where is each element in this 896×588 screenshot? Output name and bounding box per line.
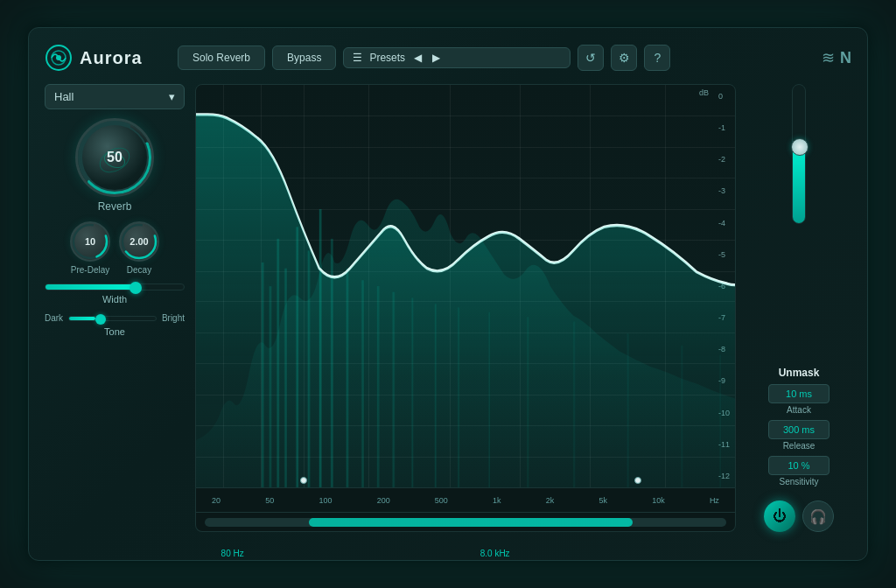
tone-slider-track[interactable] xyxy=(68,316,157,321)
output-fader-track[interactable] xyxy=(792,84,806,224)
freq-hz: Hz xyxy=(710,496,719,505)
high-range-label: 8.0 kHz xyxy=(480,549,510,558)
decay-arc xyxy=(119,221,159,262)
pre-delay-arc xyxy=(70,221,110,262)
freq-range-bar: 80 Hz 8.0 kHz xyxy=(195,513,736,532)
freq-range-fill[interactable] xyxy=(309,518,633,527)
presets-label: Presets xyxy=(369,52,405,64)
help-button[interactable]: ? xyxy=(644,45,670,71)
tone-slider-thumb[interactable] xyxy=(95,314,106,325)
tone-label: Tone xyxy=(45,326,185,337)
sensitivity-value-box[interactable]: 10 % xyxy=(768,456,830,475)
next-preset-button[interactable]: ▶ xyxy=(430,52,442,64)
width-slider-track[interactable] xyxy=(45,284,185,290)
eq-display[interactable]: dB 0 -1 -2 -3 -4 -5 -6 -7 -8 -9 -10 -11 … xyxy=(195,84,736,488)
decay-knob[interactable]: 2.00 xyxy=(119,221,159,262)
reverb-knob[interactable]: 50 xyxy=(75,118,154,197)
undo-icon: ↺ xyxy=(585,51,596,65)
presets-icon: ☰ xyxy=(353,52,362,64)
tone-dark-label: Dark xyxy=(45,313,63,323)
freq-5k: 5k xyxy=(598,496,607,505)
left-panel: Hall ▾ 50 Reverb xyxy=(45,84,185,532)
ni-logos: ≋ N xyxy=(822,48,851,67)
freq-range-container xyxy=(205,518,726,527)
freq-50: 50 xyxy=(265,496,274,505)
app-name: Aurora xyxy=(80,48,143,68)
output-fader-fill xyxy=(793,147,805,223)
eq-curve-svg xyxy=(196,85,735,487)
tone-area: Dark Bright Tone xyxy=(45,313,185,337)
tone-slider-fill xyxy=(69,317,95,320)
decay-wrap: 2.00 Decay xyxy=(119,221,159,275)
sensitivity-row: 10 % Sensitivity xyxy=(746,456,851,486)
freq-20: 20 xyxy=(212,496,220,505)
low-freq-handle[interactable] xyxy=(300,477,307,484)
release-label: Release xyxy=(783,441,816,451)
freq-10k: 10k xyxy=(652,496,665,505)
attack-value-box[interactable]: 10 ms xyxy=(768,384,830,403)
width-area: Width xyxy=(45,284,185,304)
width-slider-thumb[interactable] xyxy=(130,282,142,294)
right-panel: Unmask 10 ms Attack 300 ms Release 10 % … xyxy=(746,84,851,532)
solo-reverb-button[interactable]: Solo Reverb xyxy=(178,46,265,70)
bypass-button[interactable]: Bypass xyxy=(272,46,336,70)
prev-preset-button[interactable]: ◀ xyxy=(412,52,424,64)
freq-range-labels: 80 Hz 8.0 kHz xyxy=(221,549,510,558)
freq-100: 100 xyxy=(318,496,332,505)
tone-bright-label: Bright xyxy=(162,313,185,323)
high-freq-handle[interactable] xyxy=(634,477,641,484)
dropdown-arrow-icon: ▾ xyxy=(169,90,175,103)
low-range-label: 80 Hz xyxy=(221,549,244,558)
output-fader-thumb[interactable] xyxy=(791,138,808,156)
reverb-area: 50 Reverb xyxy=(45,118,185,213)
unmask-label: Unmask xyxy=(746,367,851,379)
reverb-type-dropdown[interactable]: Hall ▾ xyxy=(45,84,185,109)
power-button[interactable]: ⏻ xyxy=(764,500,795,532)
power-icon: ⏻ xyxy=(773,508,787,524)
ni-logo-n: N xyxy=(840,49,851,67)
attack-label: Attack xyxy=(787,405,811,415)
presets-bar: ☰ Presets ◀ ▶ xyxy=(343,47,570,68)
pre-delay-wrap: 10 Pre-Delay xyxy=(70,221,110,275)
settings-icon: ⚙ xyxy=(619,51,630,65)
width-slider-fill xyxy=(46,284,136,290)
freq-axis: 20 50 100 200 500 1k 2k 5k 10k Hz xyxy=(195,488,736,513)
reverb-knob-value: 50 xyxy=(107,150,122,165)
header-controls: Solo Reverb Bypass ☰ Presets ◀ ▶ ↺ ⚙ ? xyxy=(178,45,811,71)
decay-label: Decay xyxy=(127,265,151,275)
logo-area: Aurora xyxy=(45,44,167,72)
center-panel: dB 0 -1 -2 -3 -4 -5 -6 -7 -8 -9 -10 -11 … xyxy=(195,84,736,532)
header: Aurora Solo Reverb Bypass ☰ Presets ◀ ▶ … xyxy=(45,44,851,72)
main-layout: Hall ▾ 50 Reverb xyxy=(45,84,851,532)
logo-icon xyxy=(45,44,73,72)
bottom-buttons: ⏻ 🎧 xyxy=(746,494,851,532)
width-label: Width xyxy=(45,294,185,304)
unmask-section: Unmask 10 ms Attack 300 ms Release 10 % … xyxy=(746,367,851,486)
freq-2k: 2k xyxy=(546,496,555,505)
attack-row: 10 ms Attack xyxy=(746,384,851,415)
freq-labels: 20 50 100 200 500 1k 2k 5k 10k Hz xyxy=(203,496,728,505)
plugin-container: Aurora Solo Reverb Bypass ☰ Presets ◀ ▶ … xyxy=(28,27,868,561)
pre-delay-label: Pre-Delay xyxy=(71,265,109,275)
freq-500: 500 xyxy=(435,496,448,505)
settings-button[interactable]: ⚙ xyxy=(611,45,637,71)
reverb-knob-inner: 50 xyxy=(80,123,149,192)
undo-button[interactable]: ↺ xyxy=(578,45,604,71)
reverb-knob-label: Reverb xyxy=(98,200,132,213)
pre-delay-knob[interactable]: 10 xyxy=(70,221,110,262)
release-row: 300 ms Release xyxy=(746,420,851,451)
output-fader-wrap xyxy=(746,84,851,356)
small-knobs-row: 10 Pre-Delay 2.00 Decay xyxy=(45,221,185,275)
headphones-icon: 🎧 xyxy=(809,508,827,525)
freq-200: 200 xyxy=(377,496,390,505)
help-icon: ? xyxy=(654,51,662,65)
ni-logo-wave: ≋ xyxy=(822,48,835,67)
tone-row: Dark Bright xyxy=(45,313,185,323)
sensitivity-label: Sensitivity xyxy=(779,477,818,486)
dropdown-value: Hall xyxy=(54,90,74,103)
freq-1k: 1k xyxy=(493,496,501,505)
release-value-box[interactable]: 300 ms xyxy=(768,420,830,439)
svg-point-2 xyxy=(56,55,61,60)
headphones-button[interactable]: 🎧 xyxy=(802,500,834,532)
